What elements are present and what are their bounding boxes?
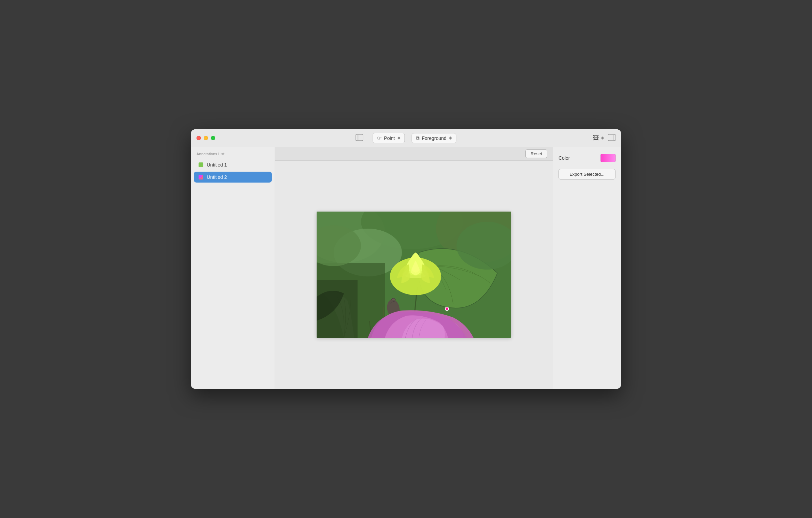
layer-chevron	[449, 136, 452, 140]
sidebar-section-label: Annotations List	[191, 150, 275, 159]
annotation-color-untitled1	[199, 162, 203, 167]
minimize-button[interactable]	[204, 136, 208, 140]
annotation-item-untitled1[interactable]: Untitled 1	[194, 159, 272, 170]
maximize-button[interactable]	[211, 136, 215, 140]
layer-label: Foreground	[422, 135, 446, 141]
tool-chevron	[397, 136, 400, 140]
tool-selector[interactable]: ☞ Point	[373, 133, 405, 143]
tool-label: Point	[384, 135, 395, 141]
sidebar-toggle-right[interactable]	[608, 134, 615, 142]
cursor-icon: ☞	[377, 135, 382, 141]
reset-button[interactable]: Reset	[525, 149, 547, 158]
export-selected-button[interactable]: Export Selected...	[559, 169, 615, 179]
annotation-color-untitled2	[199, 175, 203, 179]
annotation-label-untitled2: Untitled 2	[207, 174, 227, 180]
toolbar-center: ☞ Point ⧉ Foreground	[356, 133, 456, 143]
image-container	[317, 212, 511, 338]
color-swatch[interactable]	[600, 154, 615, 162]
traffic-lights	[197, 136, 215, 140]
close-button[interactable]	[197, 136, 201, 140]
content-area: Reset	[275, 147, 553, 389]
import-image-button[interactable]: 🖼	[593, 134, 604, 142]
sidebar: Annotations List Untitled 1 Untitled 2	[191, 147, 275, 389]
svg-rect-2	[608, 134, 615, 141]
layers-icon: ⧉	[416, 135, 420, 141]
canvas-area[interactable]	[275, 161, 553, 389]
toolbar-right: 🖼	[593, 134, 615, 142]
toolbar-strip: Reset	[275, 147, 553, 161]
lotus-image	[317, 212, 511, 338]
image-icon: 🖼	[593, 134, 599, 142]
svg-rect-0	[356, 134, 363, 141]
title-bar: ☞ Point ⧉ Foreground 🖼	[191, 129, 621, 147]
color-row: Color	[559, 154, 615, 162]
annotation-item-untitled2[interactable]: Untitled 2	[194, 172, 272, 183]
annotation-label-untitled1: Untitled 1	[207, 162, 227, 168]
app-window: ☞ Point ⧉ Foreground 🖼	[191, 129, 621, 389]
sidebar-toggle-left[interactable]	[356, 134, 363, 142]
color-label: Color	[559, 155, 570, 161]
main-content: Annotations List Untitled 1 Untitled 2 R…	[191, 147, 621, 389]
import-chevron	[601, 136, 604, 140]
layer-selector[interactable]: ⧉ Foreground	[411, 133, 456, 143]
right-panel: Color Export Selected...	[553, 147, 621, 389]
